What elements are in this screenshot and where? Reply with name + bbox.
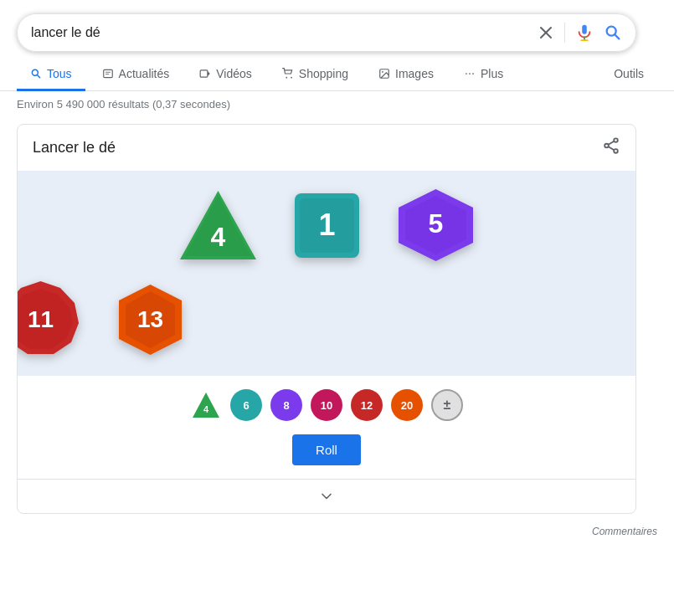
svg-text:13: 13 (137, 306, 163, 332)
selector-d4[interactable]: 4 (190, 389, 222, 421)
dice-top-row: 4 1 5 (178, 187, 476, 263)
roll-button-label: Roll (316, 443, 337, 457)
chevron-down-icon (318, 488, 335, 505)
search-tab-icon (30, 68, 42, 80)
die-d20[interactable]: 5 (396, 187, 476, 263)
widget-title: Lancer le dé (33, 139, 116, 157)
dice-bottom-row: 1 11 13 (17, 280, 190, 359)
nav-tabs: Tous Actualités Vidéos Shopping Images (0, 59, 674, 91)
svg-text:5: 5 (428, 208, 443, 239)
tab-actualites-label: Actualités (119, 67, 170, 80)
commentaires-text: Commentaires (592, 526, 657, 537)
total-display: Total 35 (190, 290, 636, 332)
clear-icon[interactable] (538, 24, 554, 41)
svg-point-17 (382, 71, 383, 73)
dice-widget-header: Lancer le dé (18, 125, 635, 171)
tab-outils-label: Outils (614, 67, 644, 80)
svg-point-22 (614, 149, 618, 153)
svg-marker-13 (208, 71, 210, 76)
tab-plus[interactable]: Plus (450, 59, 517, 91)
dice-selector: 4 6 8 10 12 20 ± (18, 376, 635, 434)
svg-line-24 (609, 141, 615, 145)
die-d10[interactable]: 11 (17, 280, 80, 359)
svg-line-25 (609, 146, 615, 150)
svg-rect-12 (200, 70, 208, 77)
video-icon (199, 68, 211, 80)
svg-point-21 (614, 138, 618, 142)
svg-point-19 (469, 73, 471, 74)
svg-line-8 (37, 74, 39, 77)
tab-plus-label: Plus (481, 67, 503, 80)
svg-point-23 (605, 144, 609, 148)
svg-text:4: 4 (203, 404, 209, 414)
svg-text:11: 11 (28, 306, 54, 332)
die-d6[interactable]: 1 (291, 187, 363, 263)
commentaires-link[interactable]: Commentaires (0, 521, 674, 542)
svg-rect-2 (582, 25, 587, 34)
selector-d10[interactable]: 10 (311, 389, 342, 421)
shopping-icon (282, 68, 294, 80)
selector-d20[interactable]: 20 (391, 389, 423, 421)
more-icon (464, 68, 476, 80)
svg-text:4: 4 (210, 222, 225, 252)
tab-shopping[interactable]: Shopping (269, 59, 362, 91)
results-count: Environ 5 490 000 résultats (0,37 second… (0, 91, 674, 117)
results-info-text: Environ 5 490 000 résultats (0,37 second… (17, 98, 230, 110)
expand-btn[interactable] (18, 479, 635, 513)
tab-images[interactable]: Images (365, 59, 447, 91)
roll-btn-container: Roll (18, 434, 635, 479)
selector-custom[interactable]: ± (431, 389, 463, 421)
svg-point-14 (286, 77, 287, 79)
svg-line-6 (615, 34, 619, 38)
roll-button[interactable]: Roll (292, 434, 361, 465)
search-bar: lancer le dé (17, 13, 636, 52)
search-bar-container: lancer le dé (0, 0, 674, 59)
svg-point-18 (466, 73, 467, 74)
selector-d6[interactable]: 6 (230, 389, 262, 421)
news-icon (102, 68, 114, 80)
share-icon[interactable] (602, 136, 620, 159)
search-icons (538, 23, 622, 43)
die-d4[interactable]: 4 (178, 187, 258, 263)
tab-tous[interactable]: Tous (17, 59, 85, 91)
svg-text:1: 1 (318, 208, 335, 242)
tab-shopping-label: Shopping (299, 67, 348, 80)
tab-images-label: Images (395, 67, 434, 80)
selector-d8[interactable]: 8 (270, 389, 302, 421)
search-input[interactable]: lancer le dé (31, 25, 538, 40)
dice-widget: Lancer le dé 4 (17, 124, 636, 514)
die-d8[interactable]: 13 (111, 280, 190, 359)
divider (564, 23, 565, 43)
tab-videos[interactable]: Vidéos (186, 59, 265, 91)
selector-d12[interactable]: 12 (351, 389, 383, 421)
tab-outils[interactable]: Outils (600, 59, 657, 91)
dice-display-area: 4 1 5 (18, 171, 635, 376)
tab-actualites[interactable]: Actualités (89, 59, 183, 91)
svg-point-20 (472, 73, 474, 74)
search-icon[interactable] (604, 23, 622, 42)
tab-videos-label: Vidéos (216, 67, 252, 80)
svg-rect-9 (103, 69, 112, 77)
svg-point-15 (291, 77, 292, 79)
mic-icon[interactable] (575, 23, 594, 42)
tab-tous-label: Tous (47, 67, 72, 80)
images-icon (378, 68, 390, 80)
